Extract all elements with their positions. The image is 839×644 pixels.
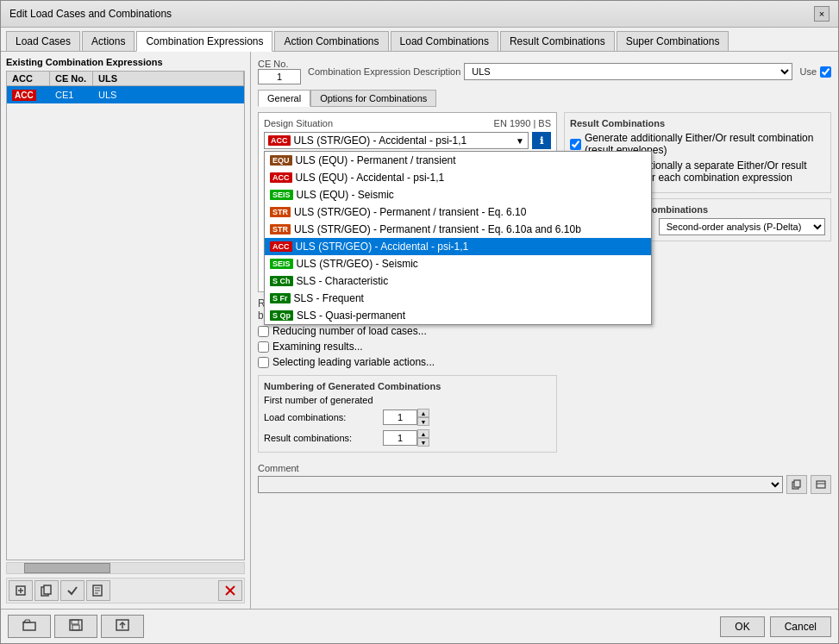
examining-checkbox[interactable] — [258, 341, 269, 353]
tab-combination-expressions[interactable]: Combination Expressions — [136, 31, 272, 52]
list-header: ACC CE No. ULS — [6, 71, 245, 86]
checkbox-examining: Examining results... — [258, 341, 557, 353]
result-combo-input[interactable] — [383, 430, 417, 446]
first-number-label: First number of generated — [264, 395, 551, 405]
dropdown-item-5[interactable]: ACC ULS (STR/GEO) - Accidental - psi-1,1 — [265, 238, 651, 255]
settings-button[interactable] — [86, 580, 110, 601]
design-situation-dropdown[interactable]: ACC ULS (STR/GEO) - Accidental - psi-1,1… — [264, 132, 529, 149]
comment-input[interactable] — [258, 476, 783, 493]
dropdown-item-0[interactable]: EQU ULS (EQU) - Permanent / transient — [265, 152, 651, 169]
design-norm: EN 1990 | BS — [494, 118, 551, 128]
ce-no-section: CE No. — [258, 59, 301, 84]
right-panel: CE No. Combination Expression Descriptio… — [251, 52, 838, 609]
dropdown-item-3[interactable]: STR ULS (STR/GEO) - Permanent / transien… — [265, 203, 651, 221]
tab-actions[interactable]: Actions — [82, 31, 135, 51]
main-columns: Design Situation EN 1990 | BS ACC ULS (S… — [258, 112, 831, 458]
section-tab-general[interactable]: General — [258, 90, 310, 107]
delete-button[interactable] — [218, 580, 242, 601]
col-ceno: CE No. — [50, 72, 93, 85]
load-combo-input[interactable] — [383, 410, 417, 425]
dropdown-item-2[interactable]: SEIS ULS (EQU) - Seismic — [265, 186, 651, 203]
ce-no-input[interactable] — [258, 69, 301, 84]
comment-extra-button[interactable] — [811, 475, 831, 494]
badge-str-2: STR — [270, 224, 291, 234]
design-situation-box: Design Situation EN 1990 | BS ACC ULS (S… — [258, 112, 557, 292]
tab-action-combinations[interactable]: Action Combinations — [274, 31, 388, 51]
svg-rect-12 — [794, 480, 800, 487]
description-select[interactable]: ULS — [464, 63, 792, 80]
svg-rect-18 — [72, 625, 79, 630]
tab-load-combinations[interactable]: Load Combinations — [391, 31, 498, 51]
label-cell: ULS — [93, 88, 244, 102]
reducing-checkbox[interactable] — [258, 326, 269, 337]
tab-load-cases[interactable]: Load Cases — [6, 31, 80, 51]
use-label: Use — [799, 66, 817, 77]
bottom-bar: OK Cancel — [1, 609, 838, 643]
left-col: Design Situation EN 1990 | BS ACC ULS (S… — [258, 112, 557, 458]
new-button[interactable] — [9, 580, 33, 601]
comment-row — [258, 475, 831, 494]
result-combo-arrows: ▲ ▼ — [417, 429, 429, 447]
load-combo-row: Load combinations: ▲ ▼ — [264, 409, 551, 426]
use-section: Use — [799, 66, 831, 78]
info-button[interactable]: ℹ — [532, 132, 551, 149]
load-combo-down[interactable]: ▼ — [417, 417, 429, 426]
selected-badge: ACC — [268, 135, 291, 146]
result-combo-down[interactable]: ▼ — [417, 438, 429, 447]
close-button[interactable]: × — [814, 6, 830, 22]
tab-bar: Load Cases Actions Combination Expressio… — [1, 28, 838, 52]
dropdown-item-9[interactable]: S Qp SLS - Quasi-permanent — [265, 307, 651, 324]
scrollbar-thumb[interactable] — [24, 563, 110, 573]
result-combo-up[interactable]: ▲ — [417, 429, 429, 438]
ok-small-button[interactable] — [60, 580, 85, 601]
selecting-checkbox[interactable] — [258, 357, 269, 368]
method-select[interactable]: Second-order analysis (P-Delta) First-or… — [659, 218, 825, 235]
svg-rect-15 — [23, 622, 35, 630]
tab-result-combinations[interactable]: Result Combinations — [500, 31, 615, 51]
comment-label: Comment — [258, 463, 831, 473]
checkbox-reducing: Reducing number of load cases... — [258, 325, 557, 337]
dropdown-item-8[interactable]: S Fr SLS - Frequent — [265, 290, 651, 307]
result-combo-title: Result Combinations — [570, 118, 825, 128]
col-acc: ACC — [7, 72, 50, 85]
result-cb1[interactable] — [570, 139, 581, 150]
bottom-right-buttons: OK Cancel — [720, 616, 831, 637]
badge-sch-1: S Ch — [270, 276, 293, 286]
content-area: Existing Combination Expressions ACC CE … — [1, 52, 838, 609]
numbering-title: Numbering of Generated Combinations — [264, 381, 551, 391]
dropdown-item-1[interactable]: ACC ULS (EQU) - Accidental - psi-1,1 — [265, 169, 651, 186]
bottom-left-buttons — [8, 615, 144, 638]
ce-no-cell: CE1 — [50, 88, 93, 102]
dropdown-item-7[interactable]: S Ch SLS - Characteristic — [265, 272, 651, 290]
use-checkbox[interactable] — [820, 66, 831, 78]
comment-copy-button[interactable] — [786, 475, 807, 494]
badge-acc-2: ACC — [270, 241, 292, 252]
load-combo-label: Load combinations: — [264, 412, 376, 422]
list-row[interactable]: ACC CE1 ULS — [7, 86, 244, 103]
checkbox-selecting: Selecting leading variable actions... — [258, 356, 557, 368]
load-combo-up[interactable]: ▲ — [417, 409, 429, 417]
badge-sfr-1: S Fr — [270, 293, 291, 303]
top-form: CE No. Combination Expression Descriptio… — [258, 59, 831, 84]
comment-section: Comment — [258, 463, 831, 494]
bottom-btn-1[interactable] — [8, 615, 51, 638]
ok-button[interactable]: OK — [720, 616, 764, 637]
copy-button[interactable] — [34, 580, 59, 601]
result-combo-label: Result combinations: — [264, 433, 376, 443]
bottom-btn-3[interactable] — [101, 615, 144, 638]
section-tab-options[interactable]: Options for Combinations — [310, 90, 436, 107]
tab-super-combinations[interactable]: Super Combinations — [617, 31, 729, 51]
dropdown-item-4[interactable]: STR ULS (STR/GEO) - Permanent / transien… — [265, 221, 651, 238]
left-panel: Existing Combination Expressions ACC CE … — [1, 52, 251, 609]
dropdown-item-6[interactable]: SEIS ULS (STR/GEO) - Seismic — [265, 255, 651, 272]
bottom-btn-2[interactable] — [54, 615, 97, 638]
scrollbar[interactable] — [6, 562, 245, 574]
svg-rect-4 — [44, 585, 51, 594]
result-combo-row: Result combinations: ▲ ▼ — [264, 429, 551, 447]
result-combo-spinner: ▲ ▼ — [383, 429, 429, 447]
cancel-button[interactable]: Cancel — [770, 616, 831, 637]
badge-seis-2: SEIS — [270, 259, 293, 269]
design-header: Design Situation EN 1990 | BS — [264, 118, 551, 128]
existing-combinations-title: Existing Combination Expressions — [6, 57, 245, 67]
acc-badge: ACC — [12, 90, 36, 101]
